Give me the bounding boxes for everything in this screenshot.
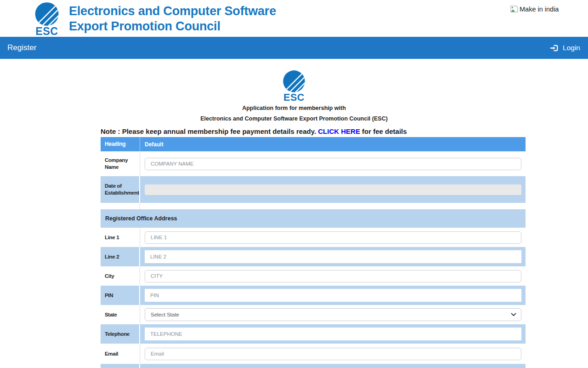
line1-label: Line 1 (101, 228, 140, 247)
date-of-establishment-input (145, 184, 521, 195)
pin-label: PIN (101, 286, 140, 305)
company-name-label: Company Name (101, 151, 140, 176)
state-select[interactable]: Select State (145, 308, 521, 321)
city-input[interactable] (145, 270, 521, 282)
line2-input[interactable] (145, 250, 521, 263)
nav-login-link[interactable]: Login (550, 44, 580, 52)
fee-note-suffix: for fee details (360, 127, 407, 135)
fee-note: Note : Please keep annual membership fee… (101, 127, 407, 135)
company-name-input[interactable] (145, 158, 521, 170)
site-header: ESC Electronics and Computer Software Ex… (0, 0, 588, 37)
table-row-state: State Select State (101, 305, 526, 324)
form-logo-text: ESC (283, 92, 305, 102)
membership-form-table: Heading Default Company Name Date of Est… (101, 137, 526, 368)
telephone-input[interactable] (145, 328, 521, 340)
table-row-email: Email (101, 344, 526, 364)
login-icon (550, 44, 559, 52)
brand-title-line1: Electronics and Computer Software (69, 4, 276, 19)
table-row-partial (101, 364, 526, 368)
city-label: City (101, 266, 140, 286)
form-logo-icon: ESC (282, 70, 306, 102)
date-of-establishment-label: Date of Establishment (101, 176, 140, 203)
table-row-company-name: Company Name (101, 151, 526, 176)
make-in-india-alt-text: Make in india (520, 5, 559, 13)
esc-logo: ESC (34, 2, 60, 38)
form-heading-line2: Electronics and Computer Software Export… (0, 115, 588, 122)
line1-input[interactable] (145, 231, 521, 244)
pin-input[interactable] (145, 289, 521, 302)
table-row-line1: Line 1 (101, 228, 526, 247)
table-row-telephone: Telephone (101, 324, 526, 344)
nav-login-label: Login (563, 44, 580, 52)
table-row-line2: Line 2 (101, 247, 526, 266)
table-row-pin: PIN (101, 286, 526, 305)
column-header-default: Default (140, 137, 526, 151)
state-label: State (101, 305, 140, 324)
column-header-heading: Heading (101, 137, 140, 151)
brand-title-line2: Export Promotion Council (69, 19, 276, 34)
telephone-label: Telephone (101, 324, 140, 344)
form-logo: ESC (0, 70, 588, 104)
email-label: Email (101, 344, 140, 364)
table-row-city: City (101, 266, 526, 286)
table-row-date-of-establishment: Date of Establishment (101, 176, 526, 203)
fee-details-link[interactable]: CLICK HERE (318, 127, 360, 135)
table-row-spacer (101, 203, 526, 209)
broken-image-icon (510, 5, 519, 13)
brand-title: Electronics and Computer Software Export… (69, 4, 276, 34)
make-in-india-broken-image: Make in india (510, 5, 559, 13)
table-header-row: Heading Default (101, 137, 526, 151)
nav-register-link[interactable]: Register (7, 43, 36, 52)
esc-logo-icon: ESC (34, 2, 60, 36)
form-heading-line1: Application form for membership with (0, 105, 588, 111)
email-input[interactable] (145, 348, 521, 360)
registered-office-address-section: Registered Office Address (101, 209, 526, 228)
fee-note-prefix: Note : Please keep annual membership fee… (101, 127, 318, 135)
line2-label: Line 2 (101, 247, 140, 266)
esc-logo-text: ESC (35, 25, 58, 36)
navbar: Register Login (0, 37, 588, 59)
